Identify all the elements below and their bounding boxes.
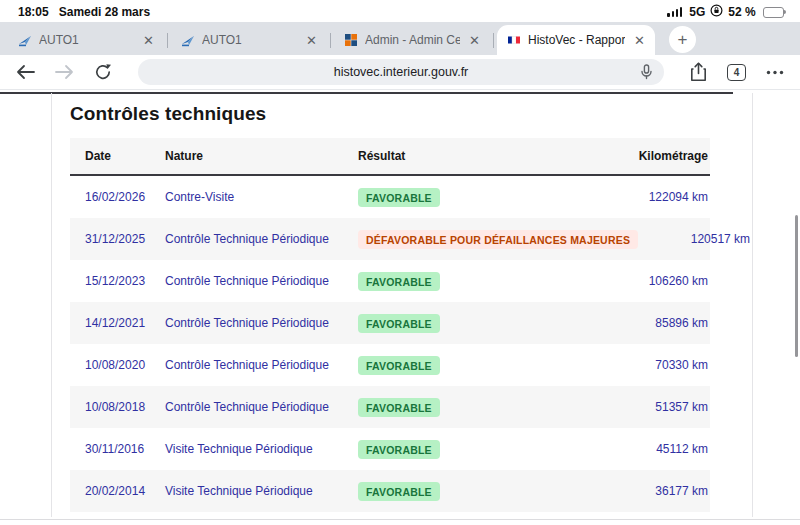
ct-date: 16/02/2026 [85,190,165,204]
report-sheet-left-edge [51,93,52,517]
address-bar[interactable]: histovec.interieur.gouv.fr [138,59,664,85]
battery-percent: 52 % [728,5,755,19]
battery-icon [763,7,786,18]
forward-icon[interactable] [55,64,74,80]
ct-km: 85896 km [596,316,708,330]
tab-close-icon[interactable]: ✕ [632,32,647,49]
web-content: Contrôles techniques Date Nature Résulta… [0,91,800,525]
tab-strip: AUTO1 ✕ AUTO1 ✕ Admin - Admin Center ✕ H… [0,22,800,55]
ct-nature: Contre-Visite [165,190,358,204]
ct-date: 31/12/2025 [85,232,165,246]
table-header-row: Date Nature Résultat Kilométrage [70,138,710,176]
tab-close-icon[interactable]: ✕ [141,32,156,49]
share-icon[interactable] [690,62,707,82]
ct-date: 10/08/2020 [85,358,165,372]
ct-nature: Contrôle Technique Périodique [165,274,358,288]
tab-admin-center[interactable]: Admin - Admin Center ✕ [334,25,490,55]
browser-toolbar: histovec.interieur.gouv.fr 4 [0,55,800,90]
ct-date: 15/12/2023 [85,274,165,288]
table-row: 15/12/2023 Contrôle Technique Périodique… [70,260,710,302]
ct-nature: Visite Technique Périodique [165,442,358,456]
header-date: Date [85,149,165,163]
ct-date: 14/12/2021 [85,316,165,330]
tab-title: HistoVec - Rapport vend [528,33,625,47]
orientation-lock-icon [710,4,723,20]
table-row: 30/11/2016 Visite Technique Périodique F… [70,428,710,470]
page-title: Contrôles techniques [70,103,266,125]
result-badge: FAVORABLE [358,272,440,291]
result-badge: FAVORABLE [358,482,440,501]
tab-separator [493,33,494,48]
content-bottom-rule [0,519,800,520]
tab-switcher-button[interactable]: 4 [727,64,746,81]
ct-km: 122094 km [596,190,708,204]
cellular-signal-icon [667,7,682,17]
new-tab-button[interactable]: + [669,26,696,53]
ct-nature: Contrôle Technique Périodique [165,400,358,414]
ct-date: 20/02/2014 [85,484,165,498]
content-top-rule [0,92,733,94]
table-row: 16/02/2026 Contre-Visite FAVORABLE 12209… [70,176,710,218]
result-badge: FAVORABLE [358,440,440,459]
back-icon[interactable] [16,64,35,80]
table-row: 20/02/2014 Visite Technique Périodique F… [70,470,710,512]
tab-auto1-2[interactable]: AUTO1 ✕ [171,25,327,55]
status-bar: 18:05 Samedi 28 mars 5G 52 % [0,0,800,22]
ct-km: 45112 km [596,442,708,456]
url-text: histovec.interieur.gouv.fr [334,65,469,79]
status-date: Samedi 28 mars [59,5,150,19]
scrollbar-thumb[interactable] [795,215,798,357]
table-row: 31/12/2025 Contrôle Technique Périodique… [70,218,710,260]
tab-title: AUTO1 [39,33,134,47]
mic-icon[interactable] [639,64,654,84]
header-nature: Nature [165,149,358,163]
table-row: 10/08/2018 Contrôle Technique Périodique… [70,386,710,428]
browser-window: 18:05 Samedi 28 mars 5G 52 % AUTO1 ✕ [0,0,800,525]
result-badge: FAVORABLE [358,356,440,375]
result-badge: DÉFAVORABLE POUR DÉFAILLANCES MAJEURES [358,230,638,249]
ct-nature: Contrôle Technique Périodique [165,232,358,246]
ct-nature: Contrôle Technique Périodique [165,358,358,372]
result-badge: FAVORABLE [358,398,440,417]
tab-close-icon[interactable]: ✕ [467,32,482,49]
ct-km: 36177 km [596,484,708,498]
auto1-favicon [18,33,32,47]
auto1-favicon [181,33,195,47]
clock: 18:05 [18,5,49,19]
result-badge: FAVORABLE [358,188,440,207]
ct-km: 120517 km [638,232,750,246]
network-type: 5G [689,5,705,19]
header-kilometrage: Kilométrage [596,149,708,163]
ct-km: 70330 km [596,358,708,372]
ct-nature: Contrôle Technique Périodique [165,316,358,330]
tab-auto1-1[interactable]: AUTO1 ✕ [8,25,164,55]
ct-table-body: 16/02/2026 Contre-Visite FAVORABLE 12209… [70,176,710,512]
tab-separator [330,33,331,48]
admin-favicon [344,33,358,47]
report-sheet-right-edge [752,93,753,517]
tab-close-icon[interactable]: ✕ [304,32,319,49]
result-badge: FAVORABLE [358,314,440,333]
tab-title: Admin - Admin Center [365,33,460,47]
ct-nature: Visite Technique Périodique [165,484,358,498]
ct-date: 10/08/2018 [85,400,165,414]
table-row: 10/08/2020 Contrôle Technique Périodique… [70,344,710,386]
table-row: 14/12/2021 Contrôle Technique Périodique… [70,302,710,344]
ct-km: 106260 km [596,274,708,288]
reload-icon[interactable] [94,63,112,81]
ct-km: 51357 km [596,400,708,414]
histovec-french-flag-favicon [507,33,521,47]
tab-histovec-active[interactable]: HistoVec - Rapport vend ✕ [497,25,655,55]
more-menu-icon[interactable] [766,70,784,75]
header-resultat: Résultat [358,149,596,163]
ct-date: 30/11/2016 [85,442,165,456]
tab-title: AUTO1 [202,33,297,47]
tab-separator [167,33,168,48]
technical-inspections-table: Date Nature Résultat Kilométrage 16/02/2… [70,138,710,512]
